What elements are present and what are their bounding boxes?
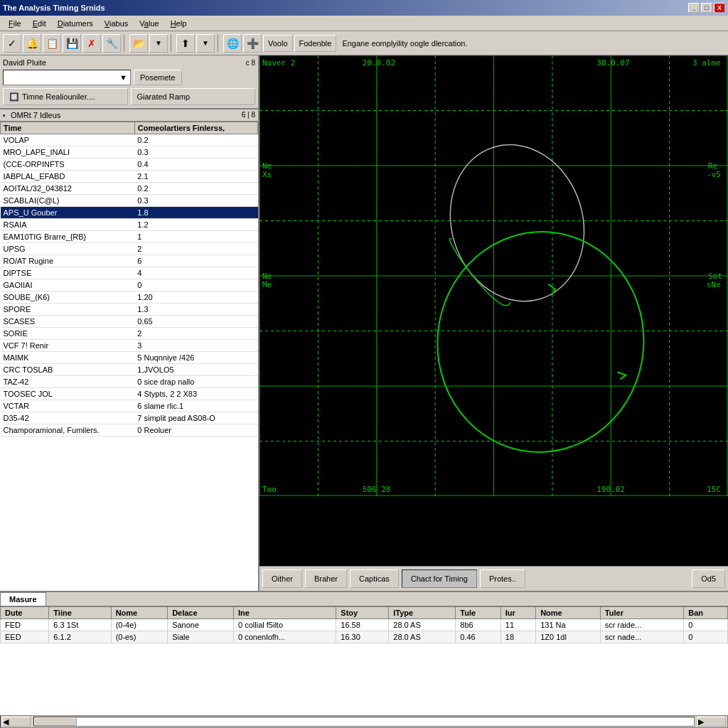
menu-viabus[interactable]: Viabus [99,18,134,29]
david-plate-title: Davidl Pluite [3,58,46,67]
bottom-cell: 0.46 [456,631,500,643]
scroll-thumb[interactable] [34,717,77,726]
table-row[interactable]: CRC TOSLAB1,JVOLO5 [1,364,258,376]
right-panel: Oither Braher Capticas Chact for Timing … [259,55,728,591]
table-row[interactable]: TOOSEC JOL4 Stypts, 2 2 X83 [1,388,258,400]
bottom-table-row: EED6.1.2(0-es)Siale0 conenlofh...16.3028… [1,631,728,643]
table-row[interactable]: VCF 7! Renir3 [1,340,258,352]
toolbar-sep-2 [171,35,173,52]
table-section: ▪ OMRt 7 Idleus 6 | 8 Time Comeolartiers… [0,109,258,591]
bottom-cell: 1Z0 1dl [536,631,601,643]
menu-edit[interactable]: Edit [27,18,52,29]
row-name: MAIMK [1,352,135,364]
table-row[interactable]: SPORE1.3 [1,304,258,316]
row-value: 6 slame rlic.1 [134,400,257,412]
toolbar-close-btn[interactable]: ✗ [82,34,101,53]
bottom-cell: 6.1.2 [49,631,111,643]
bottom-cell: Sanone [168,619,234,631]
row-value: 1.8 [134,207,257,219]
table-row[interactable]: EAM10TIG Brarre_{RB}1 [1,231,258,243]
toolbar-fodenble-btn[interactable]: Fodenble [294,35,337,52]
row-name: D35-42 [1,412,135,424]
table-section-title: ▪ OMRt 7 Idleus [3,111,60,119]
bottom-cell: 6.3 1St [49,619,111,631]
ramp-button[interactable]: Giarated Ramp [131,88,256,105]
table-row[interactable]: SCASES0.65 [1,316,258,328]
bottom-cell: scr raide... [600,619,683,631]
table-row[interactable]: SCABLAI(C@L)0.3 [1,195,258,207]
table-row[interactable]: VCTAR6 slame rlic.1 [1,400,258,412]
table-row[interactable]: APS_U Gouber1.8 [1,207,258,219]
close-btn[interactable]: X [714,3,725,13]
data-table[interactable]: Time Comeolartiers Finlerss, VOLAP0.2MRO… [0,122,258,591]
toolbar-add-btn[interactable]: ➕ [243,34,262,53]
row-value: 2.1 [134,171,257,183]
toolbar-dropdown-btn[interactable]: ▼ [149,34,168,53]
row-value: 1.3 [134,304,257,316]
btn-od5[interactable]: Od5 [692,569,725,588]
row-name: Champoramional, Fumilers. [1,424,135,437]
row-value: 0 Reoluer [134,424,257,437]
toolbar-bell-btn[interactable]: 🔔 [23,34,41,53]
time-realio-button[interactable]: 🔲 Timne Realiouniler.... [3,88,128,105]
toolbar-dl-btn[interactable]: ▼ [196,34,215,53]
bottom-table: DuteTiineNomeDelaceIneStoyITypeTuleIurNo… [0,606,728,643]
table-row[interactable]: IABPLAL_EFABD2.1 [1,171,258,183]
menu-diatumers[interactable]: Diatumers [52,18,99,29]
table-row[interactable]: SORIE2 [1,328,258,340]
table-row[interactable]: D35-427 simplit pead AS08-O [1,412,258,424]
table-row[interactable]: RO/AT Rugine6 [1,255,258,267]
row-value: 2 [134,243,257,255]
menu-value[interactable]: Value [134,18,164,29]
btn-chact-timing[interactable]: Chact for Timing [402,569,477,588]
row-name: DIPTSE [1,267,135,279]
bottom-cell: 16.30 [336,631,389,643]
table-row[interactable]: Champoramional, Fumilers.0 Reoluer [1,424,258,437]
btn-oither[interactable]: Oither [262,569,302,588]
bottom-col-header: Stoy [336,607,389,619]
chart-buttons: Oither Braher Capticas Chact for Timing … [259,566,728,591]
scroll-right-btn[interactable]: ▶ [697,717,726,727]
toolbar-clipboard-btn[interactable]: 📋 [43,34,61,53]
scroll-left-btn[interactable]: ◀ [2,717,31,727]
toolbar-voolo-btn[interactable]: Voolo [263,35,293,52]
bottom-table-container[interactable]: DuteTiineNomeDelaceIneStoyITypeTuleIurNo… [0,606,728,715]
row-name: IABPLAL_EFABD [1,171,135,183]
table-row[interactable]: GAOIIAI0 [1,279,258,291]
bottom-cell: 28.0 AS [389,619,456,631]
menu-help[interactable]: Help [165,18,193,29]
table-row[interactable]: MRO_LAPE_INALI0.3 [1,146,258,159]
btn-capticas[interactable]: Capticas [350,569,399,588]
toolbar-upload-btn[interactable]: ⬆ [176,34,195,53]
table-row[interactable]: (CCE-ORPINFTS0.4 [1,159,258,171]
toolbar-wrench-btn[interactable]: 🔧 [102,34,121,53]
table-row[interactable]: SOUBE_(K6)1.20 [1,291,258,304]
table-row[interactable]: VOLAP0.2 [1,134,258,146]
table-row[interactable]: AOITAL/32_0438120.2 [1,183,258,195]
minimize-btn[interactable]: _ [688,3,700,13]
chart-area [259,55,728,566]
toolbar-globe-btn[interactable]: 🌐 [223,34,242,53]
menu-file[interactable]: File [3,18,27,29]
david-plate-dropdown[interactable]: ▼ [3,70,131,85]
table-row[interactable]: RSAIA1.2 [1,219,258,231]
posemete-button[interactable]: Posemete [134,70,182,85]
toolbar-check-btn[interactable]: ✓ [3,34,21,53]
table-row[interactable]: DIPTSE4 [1,267,258,279]
toolbar-save-btn[interactable]: 💾 [63,34,81,53]
table-row[interactable]: MAIMK5 Nuqnniye /426 [1,352,258,364]
maximize-btn[interactable]: □ [701,3,712,13]
btn-braher[interactable]: Braher [305,569,347,588]
btn-protes[interactable]: Protes.. [480,569,525,588]
table-row[interactable]: TAZ-420 sice drap nallo [1,376,258,388]
tab-masure[interactable]: Masure [0,592,46,606]
window-controls[interactable]: _ □ X [688,3,725,13]
horizontal-scrollbar[interactable]: ◀ ▶ [0,715,728,728]
dropdown-arrow-icon[interactable]: ▼ [119,73,127,82]
row-value: 0 sice drap nallo [134,376,257,388]
row-value: 0.2 [134,134,257,146]
bottom-cell: 0 collial f5ilto [234,619,336,631]
toolbar-folder-btn[interactable]: 📂 [129,34,148,53]
row-name: GAOIIAI [1,279,135,291]
table-row[interactable]: UPSG2 [1,243,258,255]
